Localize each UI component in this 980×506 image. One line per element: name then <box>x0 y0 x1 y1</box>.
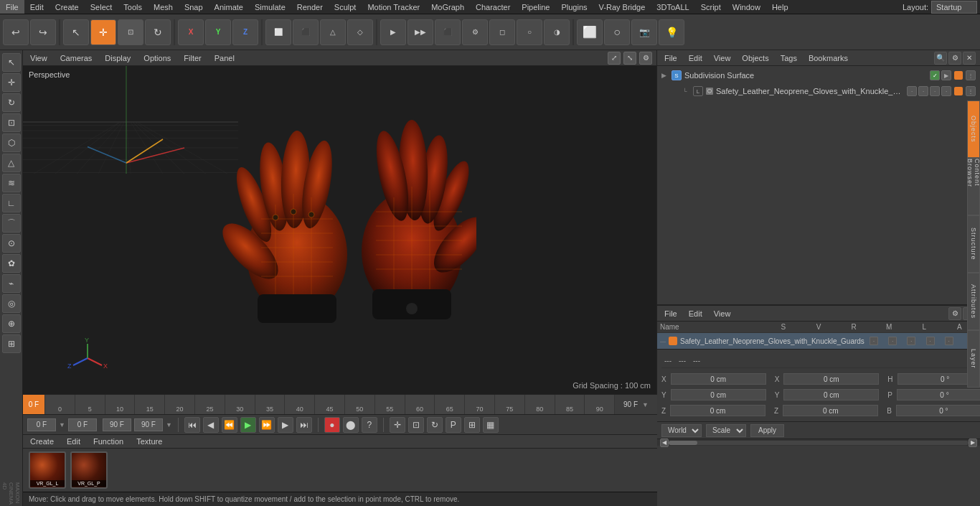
sidebar-weld-btn[interactable]: ⬡ <box>2 133 21 152</box>
end-frame-input-2[interactable] <box>134 418 163 431</box>
objects-menu-objects[interactable]: Objects <box>739 54 771 62</box>
viewport-menu-cameras[interactable]: Cameras <box>57 54 95 62</box>
attr-btn-m[interactable]: · <box>926 337 935 345</box>
right-tab-structure[interactable]: Structure <box>967 215 980 273</box>
scale-keys-button[interactable]: ⊡ <box>408 417 424 433</box>
edit-render-button[interactable]: ◻ <box>489 19 515 45</box>
coord-b[interactable] <box>896 405 980 416</box>
obj-settings-btn[interactable]: ⚙ <box>948 52 961 65</box>
viewport-render-button[interactable]: ◑ <box>544 19 570 45</box>
obj-vis1-gloves[interactable]: · <box>907 86 917 96</box>
goto-end-button[interactable]: ⏭ <box>296 417 312 433</box>
material-menu-function[interactable]: Function <box>90 437 126 446</box>
menu-select[interactable]: Select <box>85 0 118 14</box>
loop-button[interactable]: ↻ <box>427 417 443 433</box>
edge-mode-button[interactable]: △ <box>320 19 346 45</box>
camera-button[interactable]: 📷 <box>631 19 657 45</box>
attr-btn-r[interactable]: · <box>907 337 915 345</box>
obj-more-gloves[interactable]: ⋮ <box>966 86 976 96</box>
sidebar-snap-btn[interactable]: ⊕ <box>2 314 21 333</box>
attr-menu-view[interactable]: View <box>711 309 734 318</box>
obj-row-gloves[interactable]: └ L ⬡ Safety_Leather_Neoprene_Gloves_wit… <box>657 83 980 99</box>
record-button[interactable]: ● <box>324 417 340 433</box>
key-all-button[interactable]: ⊞ <box>464 417 480 433</box>
poly-mode-button[interactable]: ◇ <box>347 19 373 45</box>
obj-expand-btn-subdivision[interactable]: ▶ <box>941 70 951 80</box>
attr-row-gloves[interactable]: — Safety_Leather_Neoprene_Gloves_with_Kn… <box>657 333 980 349</box>
record-position-button[interactable]: P <box>446 417 461 433</box>
step-back2-button[interactable]: ⏪ <box>222 417 237 433</box>
obj-vis2-gloves[interactable]: · <box>918 86 928 96</box>
viewport-menu-display[interactable]: Display <box>102 54 133 62</box>
render-view-button[interactable]: ▶▶ <box>407 19 433 45</box>
start-frame-input[interactable] <box>68 418 97 431</box>
timeline-ruler[interactable]: 0 5 10 15 20 25 30 35 40 45 50 55 60 65 <box>44 395 614 414</box>
coord-z-rot[interactable] <box>783 405 878 416</box>
render-settings-button[interactable]: ⚙ <box>462 19 488 45</box>
viewport-menu-panel[interactable]: Panel <box>212 54 237 62</box>
objects-menu-bookmarks[interactable]: Bookmarks <box>806 54 851 62</box>
sidebar-sculpt-btn[interactable]: ⌁ <box>2 274 21 293</box>
viewport-menu-view[interactable]: View <box>27 54 50 62</box>
object-mode-button[interactable]: ⬜ <box>265 19 291 45</box>
attr-btn-l[interactable]: · <box>945 337 953 345</box>
menu-sculpt[interactable]: Sculpt <box>329 0 362 14</box>
current-frame-input[interactable] <box>27 418 56 431</box>
axis-z-button[interactable]: Z <box>232 19 258 45</box>
attr-btn-s[interactable]: · <box>870 337 878 345</box>
scale-tool-button[interactable]: ⊡ <box>118 19 143 45</box>
sidebar-cursor-btn[interactable]: ↖ <box>2 53 21 72</box>
sidebar-texture-btn[interactable]: ⊙ <box>2 234 21 253</box>
viewport-canvas[interactable]: X Y Z Perspective Grid Spacing : 100 cm <box>23 66 656 394</box>
attr-menu-file[interactable]: File <box>661 309 680 318</box>
obj-vis3-gloves[interactable]: · <box>930 86 940 96</box>
sidebar-scale-btn[interactable]: ⊡ <box>2 113 21 132</box>
undo-button[interactable]: ↩ <box>3 19 29 45</box>
right-scrollbar-track[interactable] <box>669 441 969 445</box>
cube-button[interactable]: ⬜ <box>577 19 603 45</box>
objects-menu-edit[interactable]: Edit <box>686 54 705 62</box>
auto-key-button[interactable]: ⬤ <box>343 417 359 433</box>
step-fwd-button[interactable]: ⏩ <box>259 417 275 433</box>
viewport-maximize-btn[interactable]: ⤢ <box>608 52 621 65</box>
timeline[interactable]: 0 F 0 5 10 15 20 25 30 35 40 45 50 5 <box>23 394 657 414</box>
viewport-menu-filter[interactable]: Filter <box>181 54 204 62</box>
menu-window[interactable]: Window <box>727 0 766 14</box>
menu-simulate[interactable]: Simulate <box>249 0 291 14</box>
axis-y-button[interactable]: Y <box>205 19 231 45</box>
right-scrollbar[interactable]: ◀ ▶ <box>657 439 980 446</box>
sidebar-magnet-btn[interactable]: ◎ <box>2 294 21 313</box>
sidebar-move-btn[interactable]: ✛ <box>2 73 21 92</box>
material-menu-texture[interactable]: Texture <box>133 437 165 446</box>
layout-select[interactable]: Startup <box>931 1 977 14</box>
menu-edit[interactable]: Edit <box>24 0 50 14</box>
end-frame-input-1[interactable] <box>103 418 131 431</box>
menu-character[interactable]: Character <box>470 0 516 14</box>
objects-menu-tags[interactable]: Tags <box>778 54 800 62</box>
menu-motion-tracker[interactable]: Motion Tracker <box>362 0 425 14</box>
viewport[interactable]: View Cameras Display Options Filter Pane… <box>23 50 657 394</box>
attr-settings-btn[interactable]: ⚙ <box>948 307 961 320</box>
viewport-menu-options[interactable]: Options <box>141 54 174 62</box>
attr-menu-edit[interactable]: Edit <box>686 309 705 318</box>
obj-search-btn[interactable]: 🔍 <box>934 52 947 65</box>
menu-vray[interactable]: V-Ray Bridge <box>593 0 651 14</box>
objects-menu-file[interactable]: File <box>661 54 680 62</box>
viewport-move-btn[interactable]: ⤡ <box>623 52 636 65</box>
viewport-settings-btn[interactable]: ⚙ <box>639 52 652 65</box>
right-tab-content[interactable]: Content Browser <box>967 158 980 215</box>
menu-mograph[interactable]: MoGraph <box>425 0 470 14</box>
redo-button[interactable]: ↪ <box>30 19 56 45</box>
light-button[interactable]: 💡 <box>659 19 684 45</box>
material-thumb-2[interactable]: VR_GL_P <box>70 451 108 489</box>
obj-vis4-gloves[interactable]: · <box>941 86 951 96</box>
obj-more-subdivision[interactable]: ⋮ <box>966 70 976 80</box>
coord-x-rot[interactable] <box>783 373 879 385</box>
rotate-tool-button[interactable]: ↻ <box>145 19 171 45</box>
sidebar-deform-btn[interactable]: ⌒ <box>2 214 21 233</box>
coord-z-pos[interactable] <box>670 405 765 416</box>
right-tab-attributes[interactable]: Attributes <box>967 273 980 330</box>
menu-snap[interactable]: Snap <box>179 0 209 14</box>
material-menu-edit[interactable]: Edit <box>64 437 83 446</box>
render-region-button[interactable]: ▶ <box>380 19 406 45</box>
